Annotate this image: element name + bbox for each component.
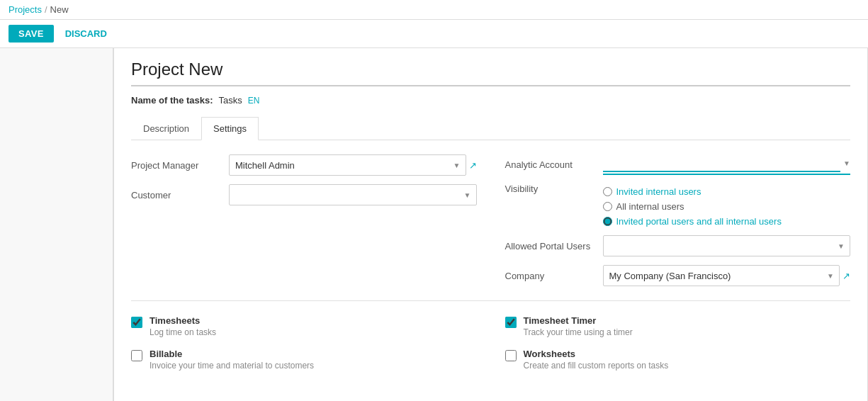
billable-feature: Billable Invoice your time and material … bbox=[131, 349, 477, 371]
visibility-invited-portal-label: Invited portal users and all internal us… bbox=[616, 216, 782, 227]
visibility-invited-portal[interactable]: Invited portal users and all internal us… bbox=[603, 216, 782, 227]
visibility-all-internal[interactable]: All internal users bbox=[603, 201, 782, 212]
analytic-account-caret-icon: ▼ bbox=[843, 159, 850, 167]
company-select[interactable]: My Company (San Francisco) bbox=[603, 265, 840, 286]
features-grid: Timesheets Log time on tasks Timesheet T… bbox=[131, 315, 850, 371]
visibility-radio-group: Invited internal users All internal user… bbox=[603, 186, 782, 227]
worksheets-description: Create and fill custom reports on tasks bbox=[524, 361, 669, 371]
breadcrumb-separator: / bbox=[45, 4, 47, 15]
worksheets-checkbox[interactable] bbox=[505, 350, 517, 361]
sidebar bbox=[0, 48, 113, 401]
timesheets-description: Log time on tasks bbox=[150, 327, 216, 337]
project-manager-external-link-icon[interactable]: ↗ bbox=[469, 160, 477, 171]
project-manager-select[interactable]: Mitchell Admin bbox=[229, 154, 466, 176]
tab-bar: Description Settings bbox=[131, 117, 850, 140]
visibility-invited-internal-label: Invited internal users bbox=[616, 186, 701, 197]
page-title: Project New bbox=[131, 60, 850, 86]
customer-select[interactable] bbox=[229, 184, 477, 205]
allowed-portal-select[interactable] bbox=[603, 235, 851, 256]
worksheets-feature: Worksheets Create and fill custom report… bbox=[505, 349, 851, 371]
visibility-invited-internal[interactable]: Invited internal users bbox=[603, 186, 782, 197]
billable-checkbox[interactable] bbox=[131, 350, 142, 361]
breadcrumb-current: New bbox=[50, 4, 69, 15]
timesheets-checkbox[interactable] bbox=[131, 317, 142, 328]
tab-settings[interactable]: Settings bbox=[201, 117, 259, 140]
breadcrumb-parent[interactable]: Projects bbox=[9, 4, 42, 15]
section-divider bbox=[131, 300, 850, 301]
timesheet-timer-description: Track your time using a timer bbox=[524, 327, 633, 337]
timesheet-timer-label: Timesheet Timer bbox=[524, 315, 633, 326]
timesheets-feature: Timesheets Log time on tasks bbox=[131, 315, 477, 337]
analytic-account-input[interactable] bbox=[603, 154, 841, 172]
timesheets-label: Timesheets bbox=[150, 315, 216, 326]
company-label: Company bbox=[505, 271, 597, 281]
billable-description: Invoice your time and material to custom… bbox=[150, 361, 314, 371]
visibility-label: Visibility bbox=[505, 183, 597, 194]
project-manager-label: Project Manager bbox=[131, 160, 223, 171]
allowed-portal-label: Allowed Portal Users bbox=[505, 241, 597, 252]
save-button[interactable]: SAVE bbox=[9, 25, 54, 43]
tasks-name-locale[interactable]: EN bbox=[248, 96, 260, 106]
tab-description[interactable]: Description bbox=[131, 117, 201, 140]
worksheets-label: Worksheets bbox=[524, 349, 669, 359]
visibility-all-internal-label: All internal users bbox=[616, 201, 684, 212]
company-external-link-icon[interactable]: ↗ bbox=[842, 271, 850, 281]
customer-label: Customer bbox=[131, 190, 223, 200]
billable-label: Billable bbox=[150, 349, 314, 359]
discard-button[interactable]: DISCARD bbox=[60, 25, 113, 43]
timesheet-timer-checkbox[interactable] bbox=[505, 317, 517, 328]
tasks-name-value: Tasks bbox=[219, 95, 242, 106]
tasks-name-label: Name of the tasks: bbox=[131, 95, 213, 106]
timesheet-timer-feature: Timesheet Timer Track your time using a … bbox=[505, 315, 851, 337]
analytic-account-label: Analytic Account bbox=[505, 159, 597, 170]
